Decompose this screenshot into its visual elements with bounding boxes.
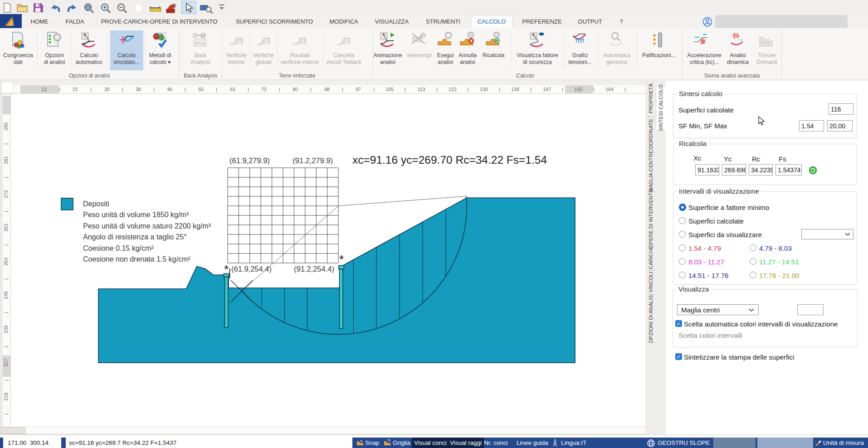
- svg-text:xc=91.16 yc=269.70 Rc=34.22 Fs: xc=91.16 yc=269.70 Rc=34.22 Fs=1.54: [352, 154, 547, 166]
- svg-text:(91.2,254.4): (91.2,254.4): [294, 265, 334, 273]
- svg-text:Peso unità di volume 1850 kg/m: Peso unità di volume 1850 kg/m³: [83, 211, 189, 219]
- svg-text:Coesione non drenata 1.5 kg/cm: Coesione non drenata 1.5 kg/cm²: [83, 255, 190, 263]
- svg-text:Coesione 0.15 kg/cm²: Coesione 0.15 kg/cm²: [83, 244, 154, 252]
- svg-text:(91.2,279.9): (91.2,279.9): [293, 156, 333, 165]
- svg-text:(61.9,279.9): (61.9,279.9): [229, 156, 270, 165]
- svg-text:Peso unità di volume saturo 22: Peso unità di volume saturo 2200 kg/m³: [83, 222, 211, 230]
- svg-text:*: *: [224, 263, 229, 276]
- svg-text:(61.9,254.4): (61.9,254.4): [231, 265, 272, 273]
- svg-text:*: *: [339, 253, 344, 266]
- svg-text:Depositi: Depositi: [83, 200, 109, 208]
- svg-text:Angolo di resistenza a taglio: Angolo di resistenza a taglio 25°: [83, 233, 187, 241]
